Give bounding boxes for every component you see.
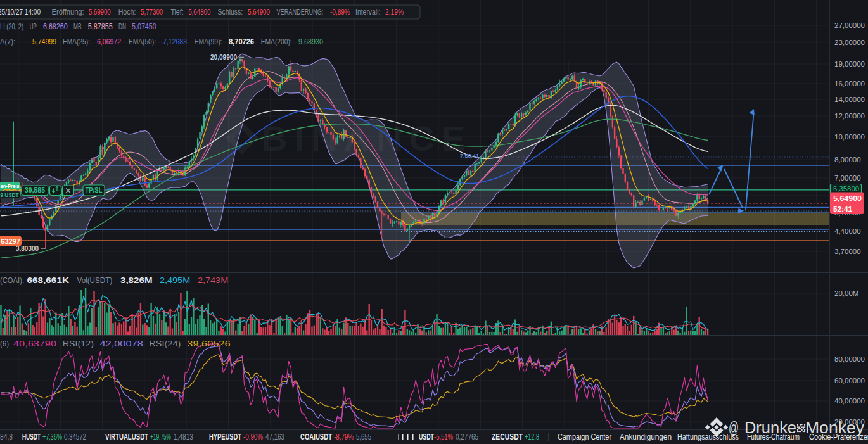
svg-text:5,64900: 5,64900 bbox=[833, 194, 862, 202]
svg-text:5,655: 5,655 bbox=[356, 433, 371, 441]
svg-text:5,87855: 5,87855 bbox=[88, 22, 113, 31]
svg-text:MB: MB bbox=[73, 22, 82, 31]
svg-text:47,163: 47,163 bbox=[265, 433, 284, 441]
svg-text:8,00000: 8,00000 bbox=[834, 156, 861, 163]
svg-text:Vol(USDT): Vol(USDT) bbox=[77, 276, 113, 285]
svg-text:25/10/27 14:00: 25/10/27 14:00 bbox=[0, 8, 41, 16]
svg-text:VERÄNDERUNG:: VERÄNDERUNG: bbox=[276, 8, 323, 16]
svg-text:+12,8: +12,8 bbox=[525, 433, 539, 441]
svg-text:-0,90%: -0,90% bbox=[243, 433, 263, 441]
svg-text:-0,89%: -0,89% bbox=[330, 8, 350, 16]
svg-text:HUSDT: HUSDT bbox=[22, 433, 41, 441]
svg-text:27,00000: 27,00000 bbox=[834, 22, 865, 29]
svg-text:19,00000: 19,00000 bbox=[834, 60, 865, 68]
svg-text:20,00M: 20,00M bbox=[834, 289, 858, 297]
svg-text:14,00000: 14,00000 bbox=[834, 96, 865, 103]
svg-text:6,06972: 6,06972 bbox=[97, 37, 121, 46]
svg-text:40,00000: 40,00000 bbox=[834, 397, 865, 405]
svg-text:HYPEUSDT: HYPEUSDT bbox=[209, 433, 242, 441]
svg-text:-5,51%: -5,51% bbox=[434, 433, 453, 441]
svg-text:10,00000: 10,00000 bbox=[834, 133, 865, 141]
svg-text:60,00000: 60,00000 bbox=[834, 377, 865, 384]
svg-text:Monkey: Monkey bbox=[805, 419, 865, 436]
svg-text:5,07450: 5,07450 bbox=[132, 22, 156, 31]
svg-text:+7,36%: +7,36% bbox=[42, 433, 62, 441]
svg-text:RSI(24): RSI(24) bbox=[149, 339, 181, 348]
svg-text:A(7):: A(7): bbox=[0, 37, 15, 46]
svg-text:20,09900: 20,09900 bbox=[210, 53, 237, 61]
svg-text:7,12683: 7,12683 bbox=[163, 37, 187, 46]
svg-text:Hoch:: Hoch: bbox=[118, 8, 136, 16]
svg-text:0,27765: 0,27765 bbox=[456, 433, 478, 441]
svg-text:(COAI):: (COAI): bbox=[0, 276, 24, 285]
svg-text:COAIUSDT: COAIUSDT bbox=[300, 433, 333, 441]
svg-text:Tief:: Tief: bbox=[170, 8, 183, 16]
svg-text:23,00000: 23,00000 bbox=[834, 39, 865, 46]
svg-text:5,64900: 5,64900 bbox=[248, 8, 270, 16]
svg-text:5,64800: 5,64800 bbox=[188, 8, 210, 16]
svg-text:4,40000: 4,40000 bbox=[834, 227, 861, 235]
svg-text:EMA(200):: EMA(200): bbox=[261, 37, 292, 46]
svg-text:6,68260: 6,68260 bbox=[43, 22, 68, 31]
svg-text:6,35800: 6,35800 bbox=[833, 185, 859, 193]
svg-text:Ankündigungen: Ankündigungen bbox=[620, 433, 672, 441]
svg-text:DN: DN bbox=[118, 22, 126, 31]
svg-text:7,50:41: 7,50:41 bbox=[460, 153, 479, 159]
svg-text:2,495M: 2,495M bbox=[160, 276, 190, 285]
svg-text:63297: 63297 bbox=[1, 238, 20, 245]
svg-text:VIRTUALUSDT: VIRTUALUSDT bbox=[105, 433, 149, 441]
svg-text:RSI(12): RSI(12) bbox=[63, 339, 94, 348]
svg-text:Intervall:: Intervall: bbox=[355, 8, 380, 16]
svg-text:39,60526: 39,60526 bbox=[187, 339, 230, 348]
svg-text:84,8: 84,8 bbox=[0, 433, 13, 441]
svg-text:5,77300: 5,77300 bbox=[141, 8, 163, 16]
svg-text:Campaign Center: Campaign Center bbox=[558, 433, 611, 441]
svg-text:ZECUSDT: ZECUSDT bbox=[492, 433, 523, 441]
svg-text:Eröffnung:: Eröffnung: bbox=[52, 8, 84, 16]
svg-text:5,74999: 5,74999 bbox=[32, 37, 56, 46]
svg-text:(6): (6) bbox=[0, 339, 9, 348]
svg-text:80,00000: 80,00000 bbox=[834, 355, 865, 363]
svg-text:@: @ bbox=[729, 419, 739, 436]
svg-text:UP: UP bbox=[30, 22, 37, 31]
svg-text:0,34572: 0,34572 bbox=[64, 433, 86, 441]
svg-text:9,68930: 9,68930 bbox=[298, 37, 323, 46]
svg-text:LL(20, 2): LL(20, 2) bbox=[0, 22, 23, 31]
svg-text:52:41: 52:41 bbox=[833, 205, 853, 213]
svg-text:en-Preis: en-Preis bbox=[1, 182, 20, 189]
svg-text:Schluss:: Schluss: bbox=[218, 8, 243, 16]
svg-text:EMA(25):: EMA(25): bbox=[63, 37, 90, 46]
svg-text:8,70726: 8,70726 bbox=[229, 37, 254, 46]
svg-text:1,4813: 1,4813 bbox=[174, 433, 193, 441]
svg-text:40,63790: 40,63790 bbox=[13, 339, 56, 348]
svg-text:3,826M: 3,826M bbox=[120, 276, 153, 285]
svg-text:TP/SL: TP/SL bbox=[86, 186, 103, 194]
svg-text:5,69900: 5,69900 bbox=[89, 8, 111, 16]
svg-text:12,00000: 12,00000 bbox=[834, 112, 865, 120]
svg-text:668,661K: 668,661K bbox=[27, 276, 70, 285]
svg-text:9 USDT: 9 USDT bbox=[1, 191, 19, 198]
svg-text:42,00078: 42,00078 bbox=[100, 339, 143, 348]
svg-text:39,585: 39,585 bbox=[25, 186, 45, 194]
svg-text:Drunke: Drunke bbox=[744, 419, 796, 436]
svg-text:EMA(99):: EMA(99): bbox=[195, 37, 222, 46]
svg-text:7,00000: 7,00000 bbox=[834, 174, 861, 182]
svg-text:3,70000: 3,70000 bbox=[834, 248, 861, 255]
svg-text:USDT: USDT bbox=[419, 433, 434, 441]
svg-text:-8,79%: -8,79% bbox=[334, 433, 354, 441]
svg-text:+19,75%: +19,75% bbox=[150, 433, 171, 441]
svg-text:2,743M: 2,743M bbox=[198, 276, 228, 285]
svg-text:EMA(50):: EMA(50): bbox=[129, 37, 156, 46]
svg-text:16,00000: 16,00000 bbox=[834, 80, 865, 87]
svg-text:2,19%: 2,19% bbox=[385, 8, 404, 16]
